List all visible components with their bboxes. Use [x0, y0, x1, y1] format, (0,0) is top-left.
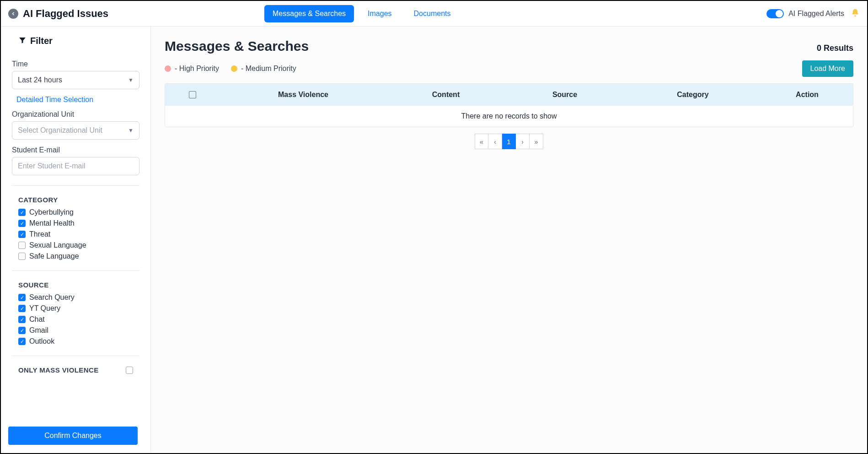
category-label: Threat	[29, 230, 50, 238]
col-source: Source	[505, 91, 624, 99]
category-threat[interactable]: Threat	[18, 230, 139, 238]
col-action: Action	[761, 91, 853, 99]
tab-documents[interactable]: Documents	[406, 5, 459, 22]
divider	[12, 185, 139, 186]
page-first[interactable]: «	[475, 134, 488, 149]
main-title: Messages & Searches	[165, 38, 309, 54]
checkbox-icon	[18, 242, 26, 249]
category-safe-language[interactable]: Safe Language	[18, 252, 139, 260]
only-mass-violence-checkbox[interactable]	[126, 367, 133, 374]
category-label: Safe Language	[29, 252, 79, 260]
bell-icon[interactable]	[851, 8, 860, 19]
load-more-button[interactable]: Load More	[802, 60, 854, 77]
divider	[12, 270, 139, 271]
source-label: YT Query	[29, 304, 60, 313]
checkbox-icon	[18, 253, 26, 260]
confirm-changes-button[interactable]: Confirm Changes	[8, 427, 138, 445]
filter-sidebar: Filter Time Last 24 hours ▼ Detailed Tim…	[1, 27, 151, 453]
page-current[interactable]: 1	[502, 134, 516, 149]
checkbox-icon	[18, 327, 26, 334]
time-label: Time	[12, 60, 139, 68]
alerts-toggle-label: AI Flagged Alerts	[788, 10, 844, 18]
legend-high-label: - High Priority	[175, 65, 219, 73]
chevron-down-icon: ▼	[128, 77, 134, 83]
source-yt-query[interactable]: YT Query	[18, 304, 139, 313]
source-head: SOURCE	[18, 281, 139, 289]
col-mass-violence: Mass Violence	[220, 91, 386, 99]
results-count: 0 Results	[817, 43, 853, 53]
checkbox-icon	[18, 209, 26, 216]
legend-medium-label: - Medium Priority	[241, 65, 296, 73]
dot-high-icon	[165, 65, 171, 72]
legend-high-priority: - High Priority	[165, 65, 219, 73]
source-outlook[interactable]: Outlook	[18, 337, 139, 346]
empty-state-text: There are no records to show	[165, 106, 853, 127]
col-content: Content	[386, 91, 505, 99]
source-label: Gmail	[29, 326, 48, 335]
tab-images[interactable]: Images	[359, 5, 400, 22]
page-title: AI Flagged Issues	[23, 8, 108, 20]
time-select[interactable]: Last 24 hours ▼	[12, 71, 139, 89]
source-label: Chat	[29, 315, 45, 324]
source-label: Outlook	[29, 337, 54, 346]
chevron-down-icon: ▼	[128, 127, 134, 134]
page-last[interactable]: »	[530, 134, 543, 149]
category-cyberbullying[interactable]: Cyberbullying	[18, 208, 139, 216]
org-unit-label: Organizational Unit	[12, 110, 139, 119]
checkbox-icon	[18, 305, 26, 312]
main-panel: Messages & Searches 0 Results - High Pri…	[151, 27, 867, 453]
results-table: Mass Violence Content Source Category Ac…	[165, 83, 853, 127]
only-mass-violence-label: ONLY MASS VIOLENCE	[18, 366, 99, 374]
tab-messages-searches[interactable]: Messages & Searches	[264, 5, 354, 22]
dot-medium-icon	[231, 65, 237, 72]
category-head: CATEGORY	[18, 196, 139, 204]
select-all-checkbox[interactable]	[189, 91, 196, 98]
category-mental-health[interactable]: Mental Health	[18, 219, 139, 227]
checkbox-icon	[18, 231, 26, 238]
source-gmail[interactable]: Gmail	[18, 326, 139, 335]
col-category: Category	[624, 91, 761, 99]
source-label: Search Query	[29, 293, 75, 302]
alerts-toggle[interactable]	[766, 9, 784, 18]
time-select-value: Last 24 hours	[18, 76, 62, 84]
divider	[12, 356, 139, 356]
source-search-query[interactable]: Search Query	[18, 293, 139, 302]
checkbox-icon	[18, 316, 26, 323]
filter-title: Filter	[30, 36, 53, 46]
org-unit-select[interactable]: Select Organizational Unit ▼	[12, 121, 139, 140]
checkbox-icon	[18, 220, 26, 227]
org-unit-placeholder: Select Organizational Unit	[18, 126, 102, 135]
legend-medium-priority: - Medium Priority	[231, 65, 296, 73]
category-label: Sexual Language	[29, 241, 86, 249]
source-chat[interactable]: Chat	[18, 315, 139, 324]
page-next[interactable]: ›	[516, 134, 530, 149]
back-icon[interactable]	[8, 9, 18, 19]
category-sexual-language[interactable]: Sexual Language	[18, 241, 139, 249]
checkbox-icon	[18, 338, 26, 345]
detailed-time-link[interactable]: Detailed Time Selection	[16, 96, 139, 104]
category-label: Cyberbullying	[29, 208, 74, 216]
filter-icon	[18, 36, 27, 46]
category-label: Mental Health	[29, 219, 75, 227]
page-prev[interactable]: ‹	[488, 134, 502, 149]
student-email-label: Student E-mail	[12, 146, 139, 154]
student-email-input[interactable]	[12, 157, 139, 175]
checkbox-icon	[18, 294, 26, 301]
